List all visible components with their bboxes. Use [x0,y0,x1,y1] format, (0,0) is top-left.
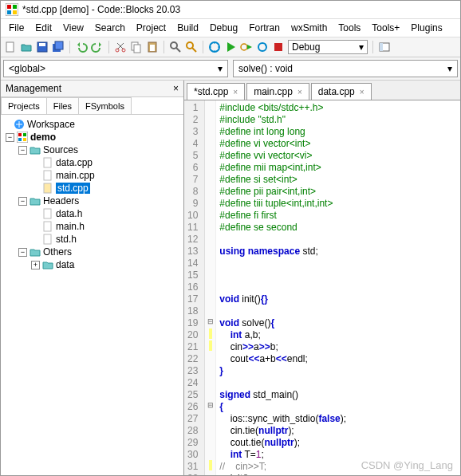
menu-tools[interactable]: Tools [333,21,365,35]
save-icon[interactable] [36,41,49,53]
menu-build[interactable]: Build [172,21,203,35]
close-icon[interactable]: × [297,88,302,96]
svg-line-17 [176,48,180,52]
window-title: *std.cpp [demo] - Code::Blocks 20.03 [22,4,180,15]
svg-rect-2 [13,5,17,9]
svg-rect-3 [7,10,11,14]
menu-file[interactable]: File [4,21,29,35]
tree-file[interactable]: data.cpp [2,156,182,169]
redo-icon[interactable] [91,41,104,53]
titlebar: *std.cpp [demo] - Code::Blocks 20.03 [1,1,460,19]
menu-tools+[interactable]: Tools+ [367,21,404,35]
editor-tabs: *std.cpp×main.cpp×data.cpp× [184,81,460,100]
svg-rect-7 [39,43,45,46]
paste-icon[interactable] [146,41,159,53]
mgmt-tab-files[interactable]: Files [46,97,79,114]
editor-tab[interactable]: *std.cpp× [187,83,245,100]
chevron-down-icon: ▾ [359,41,364,53]
close-icon[interactable]: × [360,88,364,96]
replace-icon[interactable] [185,41,198,53]
copy-icon[interactable] [130,41,143,53]
tree-project[interactable]: −demo [2,131,182,144]
close-icon[interactable]: × [233,88,238,96]
find-icon[interactable] [169,41,182,53]
mgmt-tab-projects[interactable]: Projects [1,97,47,114]
code-lines[interactable]: #include <bits/stdc++.h>#include "std.h"… [216,100,349,475]
tree-folder-others[interactable]: −Others [2,246,182,258]
cut-icon[interactable] [114,41,127,53]
scope-bar: <global>▾ solve() : void▾ [1,57,460,81]
svg-rect-25 [380,43,383,51]
build-icon[interactable] [208,41,221,53]
save-all-icon[interactable] [52,41,65,53]
tree-file[interactable]: main.h [2,220,182,233]
tree-folder-headers[interactable]: −Headers [2,195,182,207]
tree-file[interactable]: std.cpp [2,182,182,195]
rebuild-icon[interactable] [256,41,269,53]
toggle-panel-icon[interactable] [378,41,391,53]
mgmt-tab-fsymbols[interactable]: FSymbols [78,97,132,114]
separator [69,41,70,53]
management-panel: Management× ProjectsFilesFSymbols Worksp… [1,81,184,475]
tree-workspace[interactable]: Workspace [2,118,182,131]
code-editor[interactable]: 1234567891011121314151617181920212223242… [184,100,460,475]
build-target-select[interactable]: Debug▾ [288,40,368,54]
undo-icon[interactable] [75,41,88,53]
svg-rect-9 [55,41,63,49]
separator [108,41,109,53]
tree-file[interactable]: std.h [2,233,182,246]
menu-search[interactable]: Search [90,21,130,35]
menu-edit[interactable]: Edit [30,21,57,35]
svg-point-18 [187,42,193,49]
tree-folder-sources[interactable]: −Sources [2,144,182,156]
svg-rect-1 [7,5,11,9]
editor-tab[interactable]: data.cpp× [311,83,372,100]
menu-fortran[interactable]: Fortran [244,21,285,35]
editor-tab[interactable]: main.cpp× [246,83,309,100]
close-icon[interactable]: × [173,83,179,94]
svg-point-16 [171,42,177,49]
menu-view[interactable]: View [58,21,89,35]
svg-rect-32 [44,158,51,167]
build-run-icon[interactable] [240,41,253,53]
svg-rect-15 [150,45,155,51]
svg-rect-23 [274,43,282,51]
line-gutter: 1234567891011121314151617181920212223242… [184,100,205,475]
scope-select[interactable]: <global>▾ [3,60,228,77]
separator [203,41,203,53]
svg-rect-30 [18,138,22,141]
svg-rect-35 [44,209,51,218]
svg-rect-34 [44,183,51,193]
menu-wxsmith[interactable]: wxSmith [286,21,332,35]
function-select[interactable]: solve() : void▾ [233,60,458,77]
run-icon[interactable] [224,41,237,53]
svg-rect-13 [134,45,140,53]
menu-plugins[interactable]: Plugins [406,21,447,35]
project-tree[interactable]: Workspace−demo−Sourcesdata.cppmain.cppst… [1,115,183,475]
abort-icon[interactable] [272,41,285,53]
chevron-down-icon: ▾ [447,63,452,74]
svg-rect-36 [44,222,51,231]
management-tabs: ProjectsFilesFSymbols [1,97,183,115]
tree-folder[interactable]: +data [2,258,182,271]
chevron-down-icon: ▾ [218,63,223,74]
svg-rect-28 [18,133,22,136]
fold-gutter[interactable]: ⊟⊟ [205,100,216,475]
svg-line-19 [192,48,196,52]
menu-project[interactable]: Project [132,21,171,35]
svg-rect-31 [23,138,26,141]
new-file-icon[interactable] [4,41,17,53]
app-icon [6,3,18,16]
svg-rect-29 [23,133,26,136]
svg-rect-37 [44,234,51,244]
open-icon[interactable] [20,41,33,53]
editor-area: *std.cpp×main.cpp×data.cpp× 123456789101… [184,81,460,475]
tree-file[interactable]: main.cpp [2,169,182,182]
tree-file[interactable]: data.h [2,207,182,220]
svg-point-21 [241,44,247,50]
menu-debug[interactable]: Debug [205,21,242,35]
separator [372,41,373,53]
svg-rect-33 [44,171,51,180]
menubar: FileEditViewSearchProjectBuildDebugFortr… [1,19,460,37]
svg-rect-4 [13,10,17,14]
